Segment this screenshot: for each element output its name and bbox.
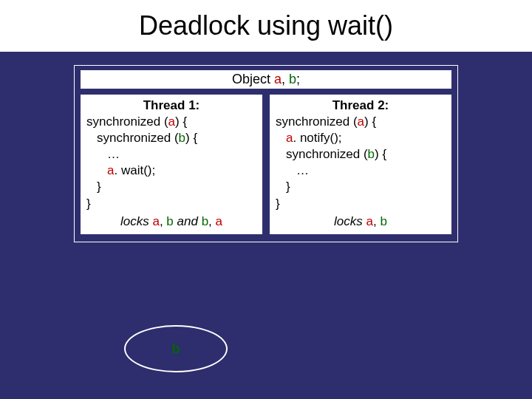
- var-b: b: [289, 72, 296, 86]
- var-a: a: [274, 72, 282, 86]
- thread-2-line-4: …: [276, 163, 446, 179]
- thread-2-line-6: }: [276, 196, 446, 212]
- thread-2-line-3: synchronized (b) {: [276, 146, 446, 163]
- thread-1-line-1: synchronized (a) {: [86, 114, 256, 130]
- thread-2-line-1: synchronized (a) {: [276, 114, 446, 130]
- thread-1-line-4: a. wait();: [86, 163, 256, 179]
- thread-1-line-2: synchronized (b) {: [86, 130, 256, 146]
- object-prefix: Object: [232, 72, 274, 86]
- thread-1-line-6: }: [86, 196, 256, 212]
- thread-2-title: Thread 2:: [276, 98, 446, 114]
- lock-ellipse-b: b: [124, 325, 228, 372]
- thread-2-line-5: }: [276, 179, 446, 195]
- t2-locks-b: b: [380, 214, 386, 228]
- t1-l4-text: . wait();: [114, 163, 155, 177]
- page-title: Deadlock using wait(): [0, 10, 532, 41]
- t2-locks-a: a: [366, 214, 373, 228]
- t2-l2-text: . notify();: [293, 131, 341, 145]
- thread-1-title: Thread 1:: [86, 98, 256, 114]
- object-suffix: ;: [296, 72, 300, 86]
- t1-locks-prefix: locks: [120, 214, 152, 228]
- title-bar: Deadlock using wait(): [0, 0, 532, 52]
- t1-l1-a: a: [168, 115, 175, 129]
- t1-l1-text: synchronized (: [86, 115, 168, 129]
- object-sep: ,: [282, 72, 289, 86]
- thread-1-line-5: }: [86, 179, 256, 195]
- t1-l2-close: ) {: [185, 131, 197, 145]
- thread-1-line-3: …: [86, 146, 256, 163]
- t1-l2-text: synchronized (: [97, 131, 179, 145]
- t1-locks-b1: b: [166, 214, 173, 228]
- thread-1-locks: locks a, b and b, a: [86, 214, 256, 230]
- t1-locks-a2: a: [216, 214, 222, 228]
- t2-l1-a: a: [358, 115, 364, 129]
- thread-1-box: Thread 1: synchronized (a) { synchronize…: [81, 95, 262, 234]
- threads-row: Thread 1: synchronized (a) { synchronize…: [81, 95, 451, 234]
- t1-locks-s1: ,: [160, 214, 166, 228]
- t2-l3-close: ) {: [375, 147, 386, 161]
- t2-l1-text: synchronized (: [276, 115, 358, 129]
- thread-2-locks: locks a, b: [276, 214, 446, 230]
- t1-l2-b: b: [179, 131, 185, 145]
- t1-locks-b2: b: [202, 214, 208, 228]
- t1-locks-a1: a: [152, 214, 159, 228]
- t1-l1-close: ) {: [175, 115, 187, 129]
- t2-l1-close: ) {: [364, 115, 376, 129]
- code-example-container: Object a, b; Thread 1: synchronized (a) …: [74, 65, 458, 242]
- t2-locks-prefix: locks: [334, 214, 366, 228]
- ellipse-label: b: [172, 341, 180, 357]
- t2-l3-text: synchronized (: [286, 147, 368, 161]
- thread-2-box: Thread 2: synchronized (a) { a. notify()…: [270, 95, 451, 234]
- t2-l3-b: b: [368, 147, 375, 161]
- t1-locks-and: and: [174, 214, 202, 228]
- object-declaration: Object a, b;: [81, 70, 451, 89]
- thread-2-line-2: a. notify();: [276, 130, 446, 146]
- t1-locks-s2: ,: [208, 214, 215, 228]
